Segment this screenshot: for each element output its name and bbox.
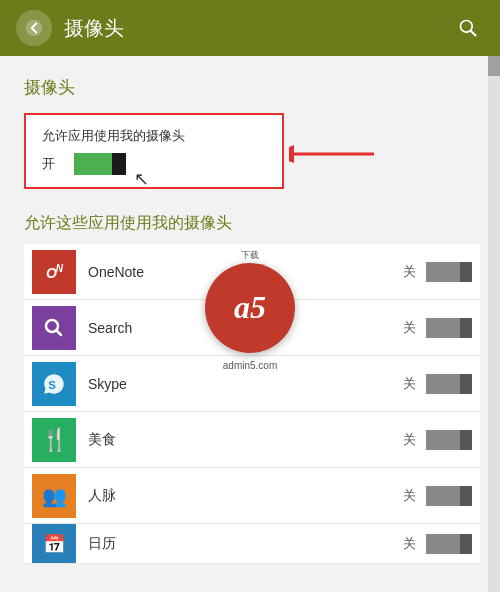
list-item: ON OneNote 关 xyxy=(24,244,480,300)
toggle-state-text: 开 xyxy=(42,155,62,173)
svg-text:S: S xyxy=(48,378,56,390)
app-name: 日历 xyxy=(88,535,403,553)
scrollbar-track xyxy=(488,56,500,592)
app-name: OneNote xyxy=(88,264,403,280)
app-name: 美食 xyxy=(88,431,403,449)
toggle-inner xyxy=(74,153,112,175)
allow-apps-title: 允许这些应用使用我的摄像头 xyxy=(24,213,480,234)
app-name: 人脉 xyxy=(88,487,403,505)
list-item: 👥 人脉 关 xyxy=(24,468,480,524)
app-icon-skype: S xyxy=(32,362,76,406)
content-area: 摄像头 允许应用使用我的摄像头 开 ↖ 允许这些应用使用我的 xyxy=(0,56,500,592)
app-toggle[interactable] xyxy=(426,318,472,338)
search-button[interactable] xyxy=(452,12,484,44)
app-icon-calendar: 📅 xyxy=(32,524,76,564)
app-toggle[interactable] xyxy=(426,262,472,282)
back-button[interactable] xyxy=(16,10,52,46)
app-icon-search xyxy=(32,306,76,350)
scrollbar-thumb[interactable] xyxy=(488,56,500,76)
svg-point-0 xyxy=(26,20,43,37)
list-item: 🍴 美食 关 xyxy=(24,412,480,468)
svg-line-6 xyxy=(57,330,62,335)
app-toggle[interactable] xyxy=(426,430,472,450)
header: 摄像头 xyxy=(0,0,500,56)
camera-toggle-switch[interactable] xyxy=(74,153,126,175)
app-toggle[interactable] xyxy=(426,486,472,506)
app-name: Search xyxy=(88,320,403,336)
list-item: Search 关 xyxy=(24,300,480,356)
app-name: Skype xyxy=(88,376,403,392)
toggle-label: 允许应用使用我的摄像头 xyxy=(42,127,266,145)
svg-line-2 xyxy=(471,31,476,36)
app-toggle[interactable] xyxy=(426,374,472,394)
app-toggle[interactable] xyxy=(426,534,472,554)
app-icon-food: 🍴 xyxy=(32,418,76,462)
camera-toggle-box: 允许应用使用我的摄像头 开 xyxy=(24,113,284,189)
app-icon-onenote: ON xyxy=(32,250,76,294)
toggle-row: 开 xyxy=(42,153,266,175)
camera-section-title: 摄像头 xyxy=(24,76,480,99)
app-icon-people: 👥 xyxy=(32,474,76,518)
toggle-thumb xyxy=(112,153,126,175)
app-status: 关 xyxy=(403,487,416,505)
page-title: 摄像头 xyxy=(64,15,452,42)
list-item: 📅 日历 关 xyxy=(24,524,480,564)
red-arrow xyxy=(289,139,379,169)
app-status: 关 xyxy=(403,375,416,393)
app-status: 关 xyxy=(403,263,416,281)
app-list: ON OneNote 关 Search 关 S xyxy=(24,244,480,564)
app-status: 关 xyxy=(403,319,416,337)
app-status: 关 xyxy=(403,431,416,449)
app-status: 关 xyxy=(403,535,416,553)
list-item: S Skype 关 xyxy=(24,356,480,412)
